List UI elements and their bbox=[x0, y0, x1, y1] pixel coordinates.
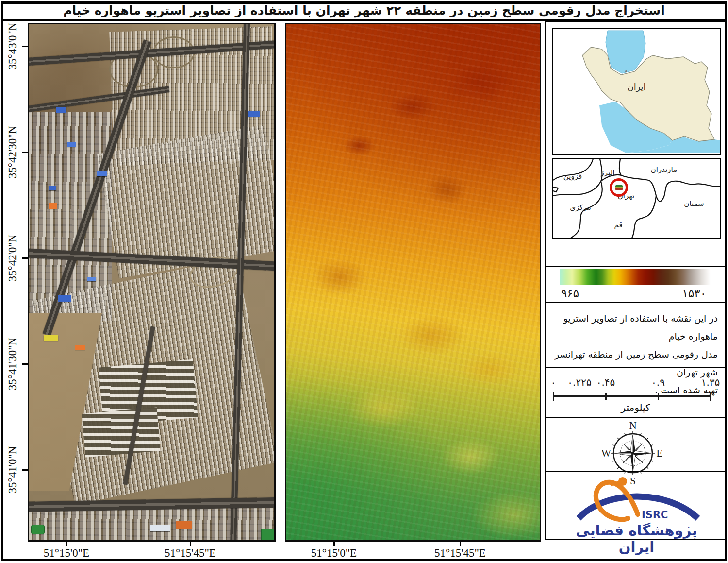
scalebar-label-0: ۰ bbox=[551, 376, 556, 388]
isrc-logo: ISRC پژوهشگاه فضایی ایران bbox=[560, 476, 713, 539]
lat-tick-label: 35°42'0"N bbox=[6, 219, 19, 297]
study-area-highlight-circle bbox=[610, 178, 628, 197]
lon-tick-label: 51°15'45"E bbox=[434, 547, 486, 560]
compass-west-label: W bbox=[601, 447, 611, 459]
study-area-thumbnail bbox=[615, 185, 623, 190]
dem-elevation-panel bbox=[285, 23, 541, 542]
satellite-image-panel bbox=[28, 23, 276, 542]
lon-tick bbox=[66, 542, 67, 546]
logo-name-text: پژوهشگاه فضایی ایران bbox=[560, 522, 713, 555]
title-divider bbox=[1, 19, 727, 21]
sidebar-divider bbox=[545, 302, 727, 303]
sidebar: ایران قزوین البرز مازندران تهران سمنان م… bbox=[545, 21, 727, 540]
building-roof bbox=[75, 345, 85, 350]
map-layout-page: استخراج مدل رقومی سطح زمین در منطقه ۲۲ ش… bbox=[0, 0, 728, 563]
building-roof bbox=[49, 203, 57, 209]
region-locator-map: قزوین البرز مازندران تهران سمنان مرکزی ق… bbox=[552, 158, 721, 239]
lon-tick bbox=[460, 542, 461, 546]
tehran-dot bbox=[625, 70, 627, 72]
building-roof bbox=[67, 142, 76, 147]
sidebar-divider bbox=[545, 266, 727, 267]
lon-tick-label: 51°15'0"E bbox=[311, 547, 357, 560]
lon-tick bbox=[333, 542, 335, 546]
lat-tick-label: 35°43'0"N bbox=[6, 7, 19, 85]
building-roof bbox=[150, 525, 170, 531]
lat-tick-label: 35°42'30"N bbox=[6, 113, 19, 191]
logo-acronym: ISRC bbox=[642, 509, 668, 521]
lon-tick-label: 51°15'0"E bbox=[44, 547, 89, 560]
province-label-semnan: سمنان bbox=[684, 199, 704, 208]
scalebar-tick bbox=[658, 393, 659, 400]
scalebar-tick bbox=[605, 393, 607, 400]
colorbar-max-label: ۱۵۳۰ bbox=[682, 287, 706, 300]
logo-satellite-dot bbox=[618, 477, 627, 486]
building-roof bbox=[87, 277, 96, 281]
elevation-colorbar bbox=[560, 269, 711, 285]
building-roof bbox=[248, 111, 260, 117]
compass-north-label: N bbox=[629, 420, 636, 431]
lat-tick-label: 35°41'0"N bbox=[6, 431, 19, 509]
building-roof bbox=[56, 107, 66, 113]
building-roof bbox=[58, 295, 71, 302]
building-roof bbox=[176, 521, 192, 529]
description-line: در این نقشه با استفاده از تصاویر استریو … bbox=[550, 309, 718, 345]
scalebar-line bbox=[553, 395, 711, 397]
scalebar-label-09: ۰.۹ bbox=[651, 376, 665, 388]
iran-country-shape bbox=[582, 47, 714, 141]
scalebar-tick bbox=[553, 392, 554, 401]
page-title: استخراج مدل رقومی سطح زمین در منطقه ۲۲ ش… bbox=[0, 3, 728, 17]
building-roof bbox=[97, 171, 107, 176]
scalebar-label-045: ۰.۴۵ bbox=[596, 376, 615, 388]
province-label-mazandaran: مازندران bbox=[651, 165, 677, 174]
iran-country-label: ایران bbox=[627, 81, 645, 91]
scalebar-label-135: ۱.۳۵ bbox=[701, 376, 720, 388]
lon-tick-label: 51°15'45"E bbox=[165, 547, 216, 560]
province-label-qom: قم bbox=[614, 221, 622, 229]
scalebar-unit-label: کیلومتر bbox=[546, 402, 726, 413]
compass-east-label: E bbox=[657, 447, 663, 459]
scalebar-tick bbox=[710, 392, 711, 401]
province-label-alborz: البرز bbox=[601, 168, 615, 177]
sidebar-divider bbox=[545, 417, 727, 418]
iran-overview-map: ایران bbox=[552, 28, 721, 155]
lon-tick bbox=[190, 542, 191, 546]
building-roof bbox=[49, 186, 56, 190]
sidebar-divider bbox=[545, 367, 727, 368]
scalebar-label-0225: ۰.۲۲۵ bbox=[567, 376, 591, 388]
province-borders-graphic bbox=[553, 159, 720, 238]
colorbar-min-label: ۹۶۵ bbox=[561, 287, 579, 300]
province-label-qazvin: قزوین bbox=[563, 172, 582, 181]
isrc-logo-graphic: ISRC bbox=[560, 476, 713, 522]
lat-tick-label: 35°41'30"N bbox=[6, 325, 19, 403]
sidebar-divider bbox=[545, 471, 727, 472]
province-label-markazi: مرکزی bbox=[570, 203, 591, 212]
sports-field bbox=[31, 525, 45, 534]
description-line: مدل رقومی سطح زمین از منطقه تهرانسر شهر … bbox=[550, 345, 718, 381]
sports-field bbox=[261, 529, 276, 541]
dem-texture bbox=[286, 24, 540, 540]
satellite-apartment-rows bbox=[82, 407, 160, 457]
building-roof bbox=[44, 335, 58, 341]
